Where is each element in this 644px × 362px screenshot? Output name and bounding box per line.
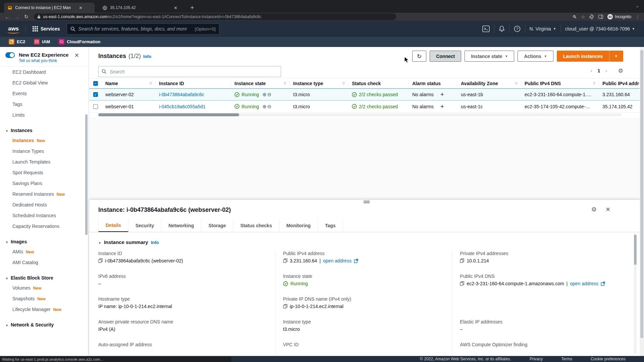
instance-summary-header[interactable]: ▼ Instance summary Info — [98, 239, 159, 245]
privacy-link[interactable]: Privacy — [530, 357, 543, 361]
instance-state-menu[interactable]: Instance state▼ — [465, 51, 514, 62]
find-similar-icons[interactable]: ⊕⊖ — [262, 104, 272, 110]
address-bar[interactable]: us-east-1.console.aws.amazon.com/ec2/v2/… — [34, 13, 396, 20]
tab-storage[interactable]: Storage — [201, 219, 233, 232]
tab-monitoring[interactable]: Monitoring — [279, 219, 318, 232]
forward-button[interactable]: → — [14, 14, 19, 20]
external-link-icon[interactable] — [601, 282, 605, 286]
favorite-ec2[interactable]: EC2 — [9, 39, 25, 45]
sidebar-item-spot-requests[interactable]: Spot Requests — [0, 167, 89, 178]
col-header-instance-id[interactable]: Instance ID — [159, 81, 184, 86]
sidebar-item-instances[interactable]: InstancesNew — [0, 135, 89, 146]
filter-icon[interactable]: ▽ — [342, 82, 345, 85]
sidebar-section-network-security[interactable]: ▼Network & Security — [0, 318, 89, 329]
copy-icon[interactable] — [98, 258, 103, 263]
filter-icon[interactable]: ▽ — [150, 82, 152, 85]
filter-icon[interactable]: ▽ — [593, 82, 595, 85]
sidebar-item-ec2-global-view[interactable]: EC2 Global View — [0, 77, 89, 88]
table-horizontal-scrollbar[interactable] — [98, 113, 622, 116]
new-tab-button[interactable]: + — [188, 3, 197, 12]
col-header-public-ip[interactable]: Public IPv4 address — [602, 81, 639, 86]
launch-instances-button[interactable]: Launch instances — [557, 51, 609, 62]
prev-page-icon[interactable]: ‹ — [591, 68, 592, 73]
filter-icon[interactable]: ▽ — [284, 82, 286, 85]
tab-status-checks[interactable]: Status checks — [233, 219, 279, 232]
open-address-link[interactable]: open address — [323, 258, 352, 263]
sidebar-item-amis[interactable]: AMIsNew — [0, 246, 89, 257]
add-alarm-icon[interactable]: + — [440, 91, 444, 98]
panel-settings-gear-icon[interactable]: ⚙ — [591, 206, 597, 213]
open-address-link[interactable]: open address — [570, 281, 598, 286]
next-page-icon[interactable]: › — [605, 68, 607, 73]
panel-drag-handle[interactable] — [364, 201, 370, 203]
sidebar-item-limits[interactable]: Limits — [0, 110, 89, 120]
browser-tab-inactive[interactable]: 35.174.105.42 ✕ — [99, 3, 183, 13]
sidebar-item-instance-types[interactable]: Instance Types — [0, 146, 89, 157]
select-all-checkbox[interactable]: − — [93, 81, 98, 86]
account-menu[interactable]: cloud_user @ 7340-6816-7096▼ — [561, 26, 639, 32]
col-header-instance-type[interactable]: Instance type — [293, 81, 323, 86]
col-header-alarm-status[interactable]: Alarm status — [412, 81, 441, 86]
sidebar-item-launch-templates[interactable]: Launch Templates — [0, 157, 89, 167]
instance-filter-input[interactable] — [110, 69, 278, 74]
back-button[interactable]: ← — [5, 14, 10, 20]
reload-button[interactable]: ↻ — [24, 14, 29, 20]
table-settings-gear-icon[interactable]: ⚙ — [618, 67, 623, 74]
close-icon[interactable]: ✕ — [74, 52, 79, 59]
side-panel-icon[interactable] — [598, 15, 603, 19]
col-header-name[interactable]: Name — [105, 81, 118, 86]
panel-close-icon[interactable]: ✕ — [605, 206, 610, 213]
add-alarm-icon[interactable]: + — [440, 103, 444, 110]
refresh-button[interactable]: ↻ — [412, 51, 426, 62]
table-row[interactable]: ✓ webserver-02 i-0b473864abafa9c6c Runni… — [89, 88, 644, 101]
row-checkbox[interactable] — [93, 104, 98, 109]
tab-close-icon[interactable]: ✕ — [174, 5, 177, 10]
col-header-instance-state[interactable]: Instance state — [234, 81, 266, 86]
cell-instance-id-link[interactable]: i-045cb18a6c055a5d1 — [159, 104, 206, 109]
connect-button[interactable]: Connect — [430, 51, 461, 62]
sidebar-item-events[interactable]: Events — [0, 88, 89, 99]
sidebar-section-ebs[interactable]: ▼Elastic Block Store — [0, 271, 89, 283]
external-link-icon[interactable] — [354, 259, 358, 263]
col-header-status-check[interactable]: Status check — [352, 81, 381, 86]
notifications-button[interactable] — [494, 25, 509, 32]
new-experience-toggle[interactable] — [5, 52, 15, 58]
tell-us-link[interactable]: Tell us what you think — [19, 58, 83, 63]
copy-icon[interactable] — [460, 281, 464, 286]
help-button[interactable]: ? — [509, 25, 525, 32]
find-similar-icons[interactable]: ⊕⊖ — [262, 92, 272, 98]
aws-logo[interactable]: aws — [6, 25, 21, 32]
terms-link[interactable]: Terms — [561, 357, 572, 361]
copy-icon[interactable] — [460, 258, 464, 263]
sidebar-section-instances[interactable]: ▼Instances — [0, 124, 89, 135]
sidebar-item-ami-catalog[interactable]: AMI Catalog — [0, 257, 89, 268]
sidebar-section-images[interactable]: ▼Images — [0, 235, 89, 246]
filter-icon[interactable]: ▽ — [515, 82, 518, 85]
services-menu[interactable]: Services — [31, 26, 62, 32]
browser-tab-active[interactable]: Connect to instance | EC2 Man ✕ — [4, 3, 95, 13]
sidebar-scrollbar[interactable] — [85, 114, 88, 235]
actions-menu[interactable]: Actions▼ — [518, 51, 553, 62]
sidebar-item-reserved-instances[interactable]: Reserved InstancesNew — [0, 189, 89, 199]
info-link[interactable]: Info — [143, 54, 151, 59]
favorite-iam[interactable]: IAM — [34, 39, 50, 45]
extensions-icon[interactable] — [589, 14, 594, 19]
sidebar-item-volumes[interactable]: VolumesNew — [0, 283, 89, 293]
info-link[interactable]: Info — [151, 240, 159, 245]
col-header-az[interactable]: Availability Zone — [461, 81, 498, 86]
tab-list-chevron-icon[interactable]: ⌄ — [635, 3, 639, 8]
sidebar-item-lifecycle-manager[interactable]: Lifecycle ManagerNew — [0, 304, 89, 315]
zoom-page-icon[interactable]: 🔍︎ — [573, 14, 577, 19]
global-search[interactable]: [Option+S] — [67, 23, 219, 35]
table-row[interactable]: webserver-01 i-045cb18a6c055a5d1 Running… — [89, 101, 644, 113]
region-selector[interactable]: N. Virginia▼ — [525, 26, 560, 32]
cell-instance-id-link[interactable]: i-0b473864abafa9c6c — [159, 92, 204, 97]
col-header-public-dns[interactable]: Public IPv4 DNS — [525, 81, 561, 86]
sidebar-item-capacity-reservations[interactable]: Capacity Reservations — [0, 221, 89, 232]
global-search-input[interactable] — [78, 26, 195, 32]
tab-security[interactable]: Security — [128, 219, 161, 232]
cloudshell-button[interactable] — [478, 25, 494, 32]
tab-close-icon[interactable]: ✕ — [79, 5, 83, 10]
bookmark-star-icon[interactable]: ☆ — [581, 14, 585, 19]
tab-details[interactable]: Details — [98, 219, 128, 232]
